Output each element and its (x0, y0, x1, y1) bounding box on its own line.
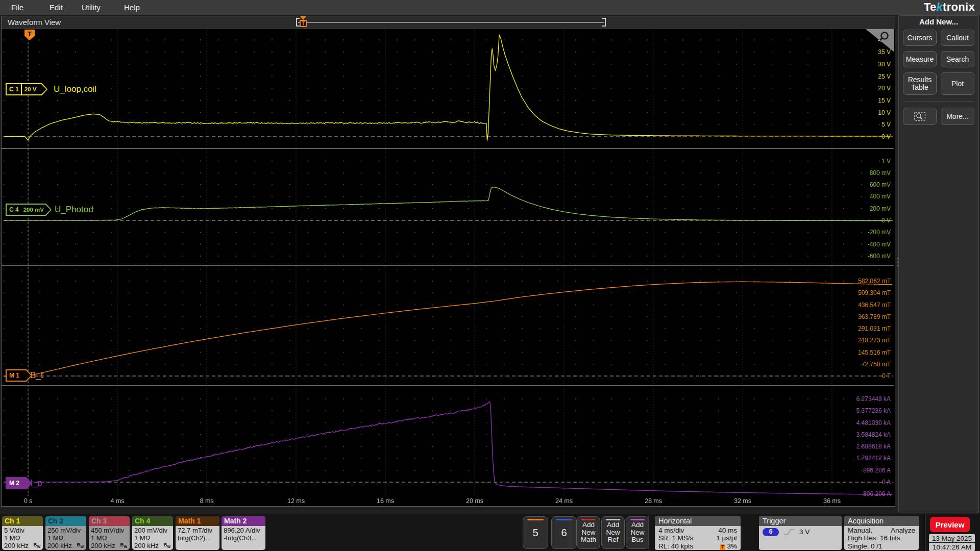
channel-badge-line: 1 MΩ (91, 534, 128, 542)
math-badge-m1[interactable]: M 1 (6, 369, 32, 382)
sidebar-divider (903, 101, 974, 102)
view-button-6[interactable]: 6 (551, 516, 577, 549)
channel-settings-badge-math2[interactable]: Math 2896.20 A/div-Intg(Ch3... (222, 516, 265, 550)
time-tick-label: 32 ms (734, 497, 751, 505)
acquisition-row: High Res: 16 bits (848, 534, 915, 542)
preview-button[interactable]: Preview (930, 517, 970, 532)
sidebar-button-callout[interactable]: Callout (941, 30, 974, 46)
timeline-right-bracket[interactable] (602, 18, 606, 27)
view-button-5[interactable]: 5 (523, 516, 548, 549)
channel-badge-line: 1 MΩ (47, 534, 85, 542)
sidebar-button-cursors[interactable]: Cursors (903, 30, 937, 46)
horizontal-row: SR: 1 MS/s1 µs/pt (658, 534, 737, 542)
channel-badge-line: 200 kHzBW (4, 542, 41, 549)
channel-settings-badge-ch1[interactable]: Ch 15 V/div1 MΩ200 kHzBW (2, 516, 43, 550)
channel-badge-body: 200 mV/div1 MΩ200 kHzBW (132, 526, 173, 550)
waveform-label-c1[interactable]: U_loop,coil (54, 84, 96, 94)
acquisition-panel-title: Acquisition (844, 516, 919, 526)
timeline-left-bracket[interactable] (296, 18, 300, 27)
acquisition-panel[interactable]: Acquisition Manual,Analyze High Res: 16 … (844, 516, 919, 550)
channel-badge-body: 250 mV/div1 MΩ200 kHzBW (45, 526, 86, 550)
horizontal-panel[interactable]: Horizontal 4 ms/div40 msSR: 1 MS/s1 µs/p… (655, 516, 741, 550)
time-tick-label: 28 ms (645, 497, 662, 505)
menu-bar: FileEditUtilityHelp Tektronix (0, 0, 980, 15)
oscilloscope-app: FileEditUtilityHelp Tektronix Waveform V… (0, 0, 980, 551)
trigger-panel[interactable]: Trigger 6 3 V (759, 516, 842, 550)
sidebar-button-search[interactable]: Search (941, 51, 974, 67)
add-new-math-button[interactable]: Add New Math (577, 516, 600, 549)
waveform-view-panel: Waveform View T 40 V35 V30 V25 V20 V15 V… (1, 16, 895, 507)
tektronix-logo: Tektronix (924, 1, 975, 14)
sidebar-button-plot[interactable]: Plot (941, 72, 974, 95)
horizontal-row: RL: 40 kptsT3% (658, 542, 737, 550)
channel-badge-header: Ch 1 (2, 516, 43, 526)
waveform-label-c4[interactable]: U_Photod (55, 205, 93, 215)
bandwidth-limit-icon: BW (164, 542, 170, 549)
time-tick-label: 20 ms (466, 497, 483, 505)
menu-item-file[interactable]: File (11, 0, 23, 15)
channel-badge-header: Math 2 (222, 516, 265, 526)
more-button[interactable]: More... (941, 108, 974, 125)
waveform-label-m1[interactable]: B_t (30, 370, 43, 381)
time-display: 10:47:26 AM (929, 543, 975, 551)
add-button-stripe (606, 519, 620, 520)
channel-badge-line: 250 mV/div (47, 527, 85, 534)
acq-analyze: Analyze (891, 527, 915, 534)
trigger-panel-title: Trigger (759, 516, 842, 526)
time-tick-label: 24 ms (555, 497, 573, 505)
channel-badge-line: 200 kHzBW (47, 542, 85, 549)
zoom-select-icon (914, 111, 926, 121)
channel-badge-c4[interactable]: C 4200 mV (6, 204, 52, 216)
add-new-sidebar: Add New... CursorsCalloutMeasureSearchRe… (898, 15, 979, 513)
view-button-stripe (527, 519, 544, 520)
time-axis-labels: 0 s4 ms8 ms12 ms16 ms20 ms24 ms28 ms32 m… (2, 496, 894, 507)
channel-badge-line: 1 MΩ (4, 534, 41, 542)
menu-item-edit[interactable]: Edit (50, 0, 63, 15)
acq-mode: Manual, (848, 527, 872, 534)
channel-settings-badge-math1[interactable]: Math 172.7 mT/divIntg(Ch2)... (176, 516, 219, 550)
channel-badge-line: 1 MΩ (134, 534, 172, 542)
channel-badge-body: 896.20 A/div-Intg(Ch3... (222, 526, 265, 542)
trigger-source-badge: 6 (763, 528, 779, 536)
divider (570, 516, 570, 549)
add-new-ref-button[interactable]: Add New Ref (601, 516, 625, 549)
add-button-stripe (581, 519, 596, 520)
sidebar-button-measure[interactable]: Measure (903, 51, 937, 67)
horizontal-row: 4 ms/div40 ms (658, 527, 737, 534)
channel-badge-c1[interactable]: C 120 V (6, 83, 47, 95)
math-badge-m2[interactable]: M 2 (6, 477, 32, 489)
time-tick-label: 8 ms (200, 497, 213, 505)
waveform-label-m2[interactable]: I_p (30, 478, 42, 488)
channel-settings-badge-ch2[interactable]: Ch 2250 mV/div1 MΩ200 kHzBW (45, 516, 86, 550)
bandwidth-limit-icon: BW (77, 542, 84, 549)
trigger-marker-icon: T (720, 544, 725, 550)
waveform-trace-b-t (4, 282, 892, 376)
waveform-trace-u-photod (4, 187, 892, 221)
bottom-settings-bar: Ch 15 V/div1 MΩ200 kHzBWCh 2250 mV/div1 … (0, 514, 980, 551)
time-tick-label: 36 ms (823, 497, 841, 505)
channel-badge-line: Intg(Ch2)... (178, 534, 218, 542)
channel-badge-header: Math 1 (176, 516, 219, 526)
timeline-trigger-icon[interactable]: T (300, 20, 307, 27)
time-tick-label: 12 ms (287, 497, 305, 505)
time-tick-label: 16 ms (377, 497, 394, 505)
channel-badge-header: Ch 3 (89, 516, 130, 526)
zoom-select-button[interactable] (903, 108, 937, 125)
channel-badge-line: -Intg(Ch3... (224, 534, 264, 542)
channel-badge-line: 200 mV/div (134, 527, 172, 534)
menu-item-help[interactable]: Help (124, 0, 140, 15)
channel-settings-badge-ch4[interactable]: Ch 4200 mV/div1 MΩ200 kHzBW (132, 516, 173, 550)
sidebar-button-results-table[interactable]: Results Table (903, 72, 937, 95)
page-title: Waveform View (8, 16, 61, 28)
add-button-stripe (630, 519, 645, 520)
channel-badge-line: 72.7 mT/div (178, 527, 218, 534)
date-display: 13 May 2025 (929, 534, 975, 542)
divider (648, 516, 649, 549)
channel-badge-line: 200 kHzBW (134, 542, 172, 549)
channel-badge-body: 5 V/div1 MΩ200 kHzBW (2, 526, 43, 550)
channel-settings-badge-ch3[interactable]: Ch 3450 mV/div1 MΩ200 kHzBW (89, 516, 130, 550)
menu-item-utility[interactable]: Utility (82, 0, 101, 15)
waveform-plot[interactable] (2, 29, 894, 497)
timeline-track[interactable] (298, 22, 604, 23)
add-new-bus-button[interactable]: Add New Bus (626, 516, 649, 549)
